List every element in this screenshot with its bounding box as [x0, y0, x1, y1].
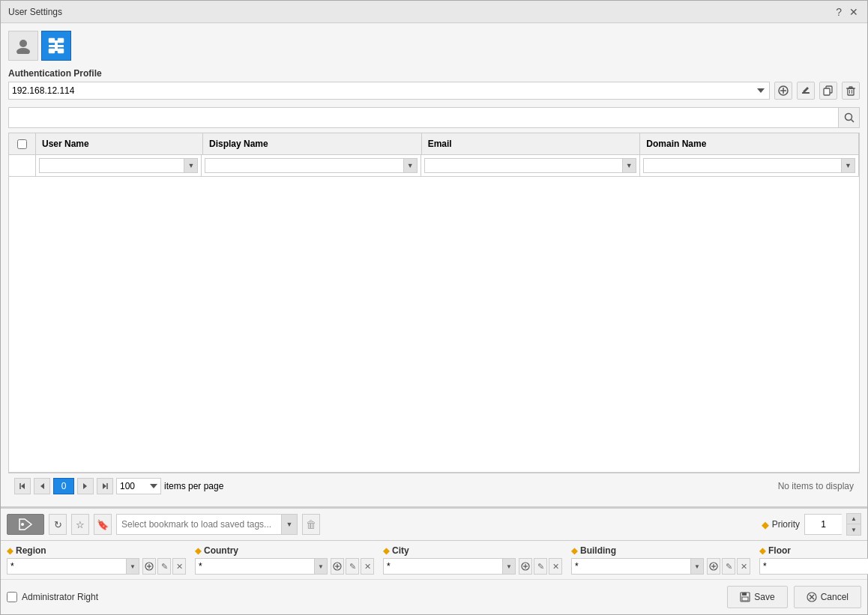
tab-user[interactable]	[8, 31, 38, 61]
priority-down-button[interactable]: ▼	[847, 524, 861, 535]
country-actions: ✎ ✕	[331, 558, 374, 575]
region-input[interactable]	[7, 558, 126, 575]
priority-input[interactable]	[804, 514, 842, 535]
svg-rect-13	[824, 88, 830, 95]
search-input[interactable]	[9, 108, 838, 127]
filter-email-arrow[interactable]: ▼	[623, 158, 636, 173]
region-field: ◆ Region ▼ ✎	[7, 545, 186, 575]
priority-section: ◆ Priority ▲ ▼	[762, 513, 861, 536]
close-button[interactable]: ✕	[848, 6, 860, 18]
add-profile-button[interactable]	[774, 82, 792, 100]
building-add-button[interactable]	[707, 558, 720, 575]
building-input[interactable]	[571, 558, 690, 575]
city-add-button[interactable]	[519, 558, 532, 575]
building-edit-button[interactable]: ✎	[722, 558, 735, 575]
search-icon	[844, 112, 855, 123]
building-delete-button[interactable]: ✕	[737, 558, 750, 575]
delete-profile-button[interactable]	[842, 82, 860, 100]
svg-rect-14	[848, 88, 854, 95]
tag-button[interactable]	[7, 514, 44, 535]
country-edit-button[interactable]: ✎	[346, 558, 359, 575]
priority-spinner: ▲ ▼	[846, 513, 861, 536]
admin-checkbox[interactable]	[7, 592, 17, 602]
items-per-page-select[interactable]: 100	[116, 478, 161, 494]
region-add-button[interactable]	[142, 558, 156, 575]
building-dropdown-button[interactable]: ▼	[690, 558, 704, 575]
prev-page-button[interactable]	[34, 478, 50, 494]
country-input[interactable]	[195, 558, 314, 575]
bookmark-dropdown-button[interactable]: ▼	[281, 514, 298, 535]
select-all-checkbox[interactable]	[17, 139, 27, 149]
copy-profile-button[interactable]	[819, 82, 837, 100]
svg-point-1	[16, 48, 30, 54]
current-page: 0	[53, 478, 74, 494]
help-button[interactable]: ?	[834, 6, 843, 18]
filter-domain-cell: ▼	[640, 155, 859, 176]
filter-email-input[interactable]	[424, 158, 623, 173]
next-page-button[interactable]	[77, 478, 94, 494]
priority-diamond-icon: ◆	[762, 519, 769, 530]
building-actions: ✎ ✕	[707, 558, 750, 575]
city-label: ◆ City	[383, 545, 562, 556]
edit-icon	[801, 85, 811, 96]
region-edit-button[interactable]: ✎	[157, 558, 171, 575]
dialog-title: User Settings	[8, 7, 62, 17]
country-diamond-icon: ◆	[195, 546, 201, 556]
svg-line-20	[851, 120, 854, 123]
filter-domain-input[interactable]	[643, 158, 842, 173]
svg-point-19	[845, 114, 852, 121]
priority-up-button[interactable]: ▲	[847, 514, 861, 524]
title-bar-left: User Settings	[8, 7, 62, 17]
svg-rect-4	[49, 49, 55, 53]
svg-point-0	[19, 40, 27, 47]
svg-rect-5	[58, 49, 64, 53]
floor-input[interactable]	[759, 558, 868, 575]
refresh-button[interactable]: ↻	[49, 514, 67, 535]
filter-domain-arrow[interactable]: ▼	[842, 158, 855, 173]
header-checkbox-cell	[9, 133, 36, 154]
country-dropdown-button[interactable]: ▼	[314, 558, 328, 575]
region-add-icon	[145, 562, 154, 571]
bookmark-delete-button[interactable]: 🗑	[302, 514, 320, 535]
region-dropdown-button[interactable]: ▼	[126, 558, 139, 575]
last-page-button[interactable]	[97, 478, 113, 494]
filter-displayname-cell: ▼	[202, 155, 421, 176]
save-button[interactable]: Save	[727, 586, 787, 608]
region-actions: ✎ ✕	[142, 558, 186, 575]
filter-username-input[interactable]	[39, 158, 184, 173]
auth-row: 192.168.12.114	[8, 82, 860, 100]
building-input-row: ▼ ✎ ✕	[571, 558, 750, 575]
region-delete-button[interactable]: ✕	[172, 558, 186, 575]
edit-profile-button[interactable]	[797, 82, 815, 100]
header-domain: Domain Name	[640, 133, 859, 154]
city-input[interactable]	[383, 558, 502, 575]
items-per-page-section: 100 items per page	[116, 478, 223, 494]
filter-username-arrow[interactable]: ▼	[184, 158, 198, 173]
filter-displayname-input[interactable]	[205, 158, 403, 173]
star-button[interactable]: ☆	[71, 514, 89, 535]
city-delete-button[interactable]: ✕	[549, 558, 562, 575]
admin-footer-row: Administrator Right Save	[1, 579, 867, 614]
bookmark-select-container: ▼	[116, 514, 298, 535]
tab-bar	[8, 31, 860, 61]
floor-diamond-icon: ◆	[759, 546, 765, 556]
bookmark-select[interactable]	[116, 514, 281, 535]
floor-input-row: ▼ ✎ ✕	[759, 558, 868, 575]
city-edit-button[interactable]: ✎	[534, 558, 547, 575]
location-row: ◆ Region ▼ ✎	[1, 540, 867, 579]
tab-network[interactable]	[41, 31, 71, 61]
copy-icon	[823, 85, 834, 96]
country-delete-button[interactable]: ✕	[361, 558, 374, 575]
first-page-button[interactable]	[14, 478, 31, 494]
auth-profile-select[interactable]: 192.168.12.114	[8, 82, 770, 100]
search-button[interactable]	[838, 108, 859, 127]
city-dropdown-button[interactable]: ▼	[502, 558, 516, 575]
filter-displayname-arrow[interactable]: ▼	[404, 158, 418, 173]
cancel-button[interactable]: Cancel	[794, 586, 861, 608]
first-page-icon	[19, 482, 26, 490]
country-add-button[interactable]	[331, 558, 344, 575]
title-bar: User Settings ? ✕	[1, 1, 867, 23]
delete-icon	[846, 85, 856, 96]
bookmark-button[interactable]: 🔖	[94, 514, 112, 535]
admin-checkbox-label[interactable]: Administrator Right	[7, 592, 98, 602]
